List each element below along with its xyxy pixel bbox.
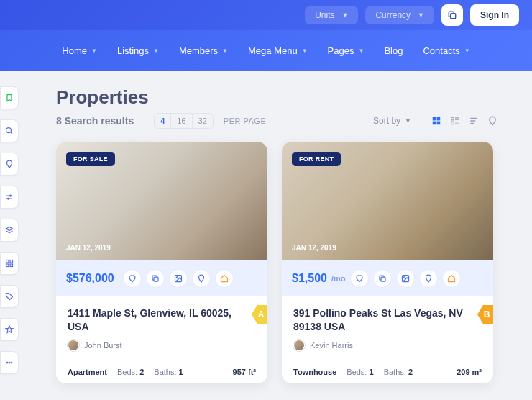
- nav-home[interactable]: Home▼: [62, 45, 97, 56]
- agent-name: Kevin Harris: [310, 341, 353, 350]
- view-grid[interactable]: [431, 116, 441, 126]
- pin-icon: [5, 160, 14, 168]
- svg-rect-11: [433, 117, 436, 121]
- chevron-down-icon: ▼: [302, 47, 308, 54]
- area: 957 ft²: [233, 368, 256, 376]
- map-button[interactable]: [419, 269, 438, 288]
- property-type: Apartment: [68, 368, 107, 376]
- svg-rect-5: [10, 260, 13, 263]
- search-icon: [5, 127, 14, 135]
- copy-button[interactable]: [441, 4, 463, 26]
- property-card[interactable]: FOR SALE JAN 12, 2019 $576,000 1411 Mapl…: [56, 142, 267, 383]
- heart-icon: [355, 274, 364, 283]
- svg-rect-0: [451, 14, 456, 19]
- svg-point-9: [9, 362, 10, 363]
- property-type: Townhouse: [293, 368, 336, 376]
- tag-icon: [5, 292, 14, 301]
- sidebar-star[interactable]: [0, 318, 19, 341]
- favorite-button[interactable]: [350, 269, 369, 288]
- sidebar-more[interactable]: [0, 351, 19, 374]
- list-icon: [450, 116, 460, 126]
- chevron-down-icon: ▼: [91, 47, 97, 54]
- topbar: Units ▼ Currency ▼ Sign In: [0, 0, 532, 30]
- main-nav: Home▼ Listings▼ Members▼ Mega Menu▼ Page…: [0, 30, 532, 71]
- page-title: Properties: [56, 86, 497, 109]
- per-page-4[interactable]: 4: [155, 114, 171, 128]
- baths: Baths: 2: [384, 368, 413, 376]
- sidebar-filter[interactable]: [0, 186, 19, 209]
- svg-point-3: [8, 198, 9, 199]
- agent[interactable]: Kevin Harris: [293, 340, 482, 351]
- svg-rect-6: [6, 264, 9, 267]
- sidebar-layers[interactable]: [0, 219, 19, 242]
- status-badge: FOR RENT: [292, 152, 341, 166]
- svg-rect-7: [10, 264, 13, 267]
- home-icon: [447, 274, 456, 283]
- currency-dropdown[interactable]: Currency ▼: [365, 6, 434, 24]
- nav-pages[interactable]: Pages▼: [328, 45, 364, 56]
- per-page-toggle[interactable]: 4 16 32: [154, 113, 214, 129]
- nav-members[interactable]: Members▼: [179, 45, 228, 56]
- svg-point-8: [6, 362, 8, 363]
- map-button[interactable]: [192, 269, 211, 288]
- view-compact[interactable]: [469, 116, 479, 126]
- sliders-icon: [5, 193, 14, 201]
- agent[interactable]: John Burst: [68, 340, 256, 351]
- view-switcher: [431, 116, 497, 126]
- left-sidebar: [0, 86, 19, 374]
- nav-mega-menu[interactable]: Mega Menu▼: [248, 45, 308, 56]
- card-body: 1411 Maple St, Glenview, IL 60025, USA J…: [56, 296, 267, 360]
- pin-icon: [424, 274, 433, 283]
- gallery-button[interactable]: [396, 269, 415, 288]
- bookmark-icon: [5, 94, 14, 102]
- sidebar-search[interactable]: [0, 119, 19, 142]
- view-map[interactable]: [487, 116, 497, 126]
- sidebar-bookmark[interactable]: [0, 86, 19, 109]
- svg-rect-20: [381, 277, 385, 281]
- view-list[interactable]: [450, 116, 460, 126]
- favorite-button[interactable]: [123, 269, 142, 288]
- status-badge: FOR SALE: [66, 152, 115, 166]
- chevron-down-icon: ▼: [405, 117, 411, 124]
- agent-name: John Burst: [84, 341, 122, 350]
- sidebar-grid[interactable]: [0, 252, 19, 275]
- area: 209 m²: [457, 368, 482, 376]
- copy-icon: [378, 274, 387, 283]
- compare-button[interactable]: [146, 269, 165, 288]
- compare-button[interactable]: [373, 269, 392, 288]
- per-page-32[interactable]: 32: [193, 114, 213, 128]
- per-page-16[interactable]: 16: [171, 114, 192, 128]
- home-button[interactable]: [215, 269, 234, 288]
- controls-row: 8 Search results 4 16 32 PER PAGE Sort b…: [56, 113, 497, 129]
- property-photo: FOR RENT JAN 12, 2019: [282, 142, 493, 260]
- price-suffix: /mo: [331, 274, 346, 283]
- svg-point-10: [11, 362, 12, 363]
- sign-in-button[interactable]: Sign In: [470, 4, 519, 26]
- sort-dropdown[interactable]: Sort by ▼: [373, 116, 411, 126]
- baths: Baths: 1: [154, 368, 183, 376]
- property-meta: Townhouse Beds: 1 Baths: 2 209 m²: [282, 360, 493, 383]
- main-content: Properties 8 Search results 4 16 32 PER …: [0, 71, 532, 383]
- gallery-button[interactable]: [169, 269, 188, 288]
- copy-icon: [151, 274, 160, 283]
- property-photo: FOR SALE JAN 12, 2019: [56, 142, 267, 260]
- sidebar-location[interactable]: [0, 153, 19, 176]
- pin-icon: [487, 116, 497, 126]
- copy-icon: [447, 10, 457, 20]
- image-icon: [174, 274, 183, 283]
- card-body: 391 Pollino Peaks St Las Vegas, NV 89138…: [282, 296, 493, 360]
- home-button[interactable]: [442, 269, 461, 288]
- property-card[interactable]: FOR RENT JAN 12, 2019 $1,500 /mo 391 Pol…: [282, 142, 493, 383]
- units-dropdown[interactable]: Units ▼: [305, 6, 358, 24]
- svg-rect-4: [6, 260, 9, 263]
- nav-listings[interactable]: Listings▼: [117, 45, 159, 56]
- svg-rect-17: [154, 277, 158, 281]
- nav-contacts[interactable]: Contacts▼: [423, 45, 469, 56]
- sidebar-tag[interactable]: [0, 285, 19, 308]
- avatar: [68, 340, 79, 351]
- svg-rect-13: [433, 122, 436, 125]
- chevron-down-icon: ▼: [358, 47, 364, 54]
- nav-blog[interactable]: Blog: [384, 45, 403, 56]
- grid-icon: [5, 259, 14, 268]
- chevron-down-icon: ▼: [341, 12, 348, 19]
